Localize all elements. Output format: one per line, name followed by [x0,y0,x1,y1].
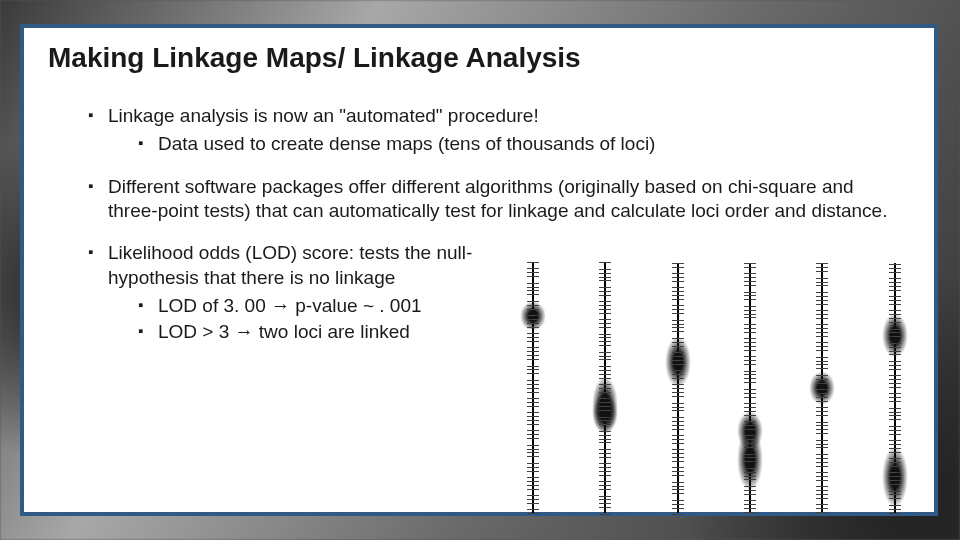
bullet-3b: LOD > 3 → two loci are linked [138,320,538,344]
bullet-1a: Data used to create dense maps (tens of … [138,132,904,156]
slide-title: Making Linkage Maps/ Linkage Analysis [48,42,581,74]
bullet-3: Likelihood odds (LOD) score: tests the n… [88,241,538,344]
linkage-map-illustration: ————————————————————————————————————————… [504,263,924,513]
bullet-1-text: Linkage analysis is now an "automated" p… [108,105,539,126]
bullet-3-text: Likelihood odds (LOD) score: tests the n… [108,242,472,287]
bullet-1: Linkage analysis is now an "automated" p… [88,104,904,157]
chromosome-column: ————————————————————————————————————————… [721,263,779,513]
bullet-2: Different software packages offer differ… [88,175,904,224]
chromosome-column: ————————————————————————————————————————… [649,263,707,513]
bullet-3a: LOD of 3. 00 → p-value ~ . 001 [138,294,538,318]
chromosome-column: ————————————————————————————————————————… [504,263,562,513]
chromosome-column: ————————————————————————————————————————… [793,263,851,513]
chromosome-column: ————————————————————————————————————————… [866,263,924,513]
slide-card: Making Linkage Maps/ Linkage Analysis Li… [20,24,938,516]
chromosome-column: ————————————————————————————————————————… [576,263,634,513]
